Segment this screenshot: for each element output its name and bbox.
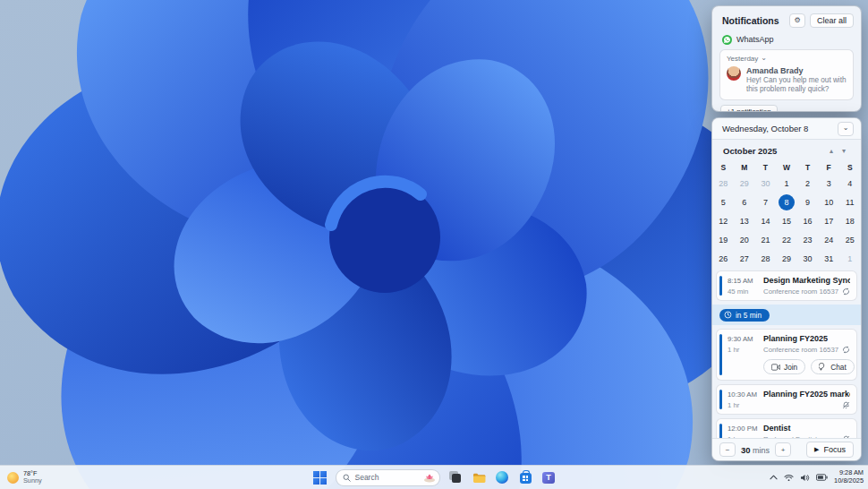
event-duration: 45 min — [728, 287, 763, 296]
battery-button[interactable] — [816, 474, 828, 481]
teams-button[interactable]: T — [541, 470, 557, 485]
calendar-day[interactable]: 28 — [757, 251, 773, 267]
event-card[interactable]: 10:30 AM Planning FY2025 marketing 1 hr — [716, 384, 857, 415]
focus-duration-label: 30 mins — [741, 445, 770, 455]
calendar-day[interactable]: 29 — [779, 251, 795, 267]
event-title: Design Marketing Sync — [763, 276, 850, 285]
calendar-date-header: Wednesday, October 8 — [722, 124, 838, 133]
volume-button[interactable] — [800, 474, 810, 482]
calendar-day[interactable]: 6 — [736, 194, 753, 210]
microsoft-store-button[interactable] — [518, 470, 533, 485]
notifications-title: Notifications — [722, 15, 789, 26]
calendar-day[interactable]: 14 — [757, 213, 773, 229]
battery-icon — [816, 474, 828, 481]
calendar-panel: Wednesday, October 8 ⌄ October 2025 ▴ ▾ … — [711, 117, 862, 461]
calendar-day[interactable]: 15 — [779, 213, 795, 229]
gear-icon: ⚙ — [794, 16, 800, 24]
calendar-day[interactable]: 31 — [821, 251, 837, 267]
notification-settings-button[interactable]: ⚙ — [789, 13, 805, 28]
calendar-day[interactable]: 5 — [715, 194, 731, 210]
tray-date: 10/8/2025 — [834, 477, 864, 485]
chat-bubble-icon — [819, 363, 827, 371]
edge-icon — [496, 471, 508, 484]
task-view-button[interactable] — [448, 470, 464, 485]
windows-logo-icon — [313, 471, 327, 485]
calendar-day[interactable]: 26 — [715, 251, 731, 267]
event-card[interactable]: 12:00 PM Dentist 1 hr Redmond Dentistry — [716, 418, 857, 438]
chat-button[interactable]: Chat — [811, 359, 855, 374]
calendar-day[interactable]: 24 — [821, 232, 837, 248]
calendar-day[interactable]: 11 — [842, 194, 858, 210]
collapse-calendar-button[interactable]: ⌄ — [838, 122, 854, 136]
calendar-day[interactable]: 2 — [800, 176, 816, 192]
taskbar: 78°F Sunny Search T — [0, 465, 868, 489]
calendar-day[interactable]: 29 — [736, 176, 753, 192]
search-box[interactable]: Search — [336, 469, 440, 486]
file-explorer-button[interactable] — [472, 470, 487, 485]
notification-group-header[interactable]: WhatsApp — [722, 34, 854, 45]
calendar-day[interactable]: 4 — [842, 176, 858, 192]
decrease-duration-button[interactable]: − — [719, 442, 736, 457]
avatar — [727, 66, 741, 81]
upcoming-alert-strip: in 5 min — [712, 305, 861, 325]
calendar-day[interactable]: 9 — [800, 194, 816, 210]
calendar-next-month-button[interactable]: ▾ — [838, 147, 850, 155]
calendar-prev-month-button[interactable]: ▴ — [825, 147, 838, 155]
calendar-day[interactable]: 10 — [821, 194, 837, 210]
focus-button[interactable]: ▶ Focus — [806, 442, 854, 458]
weekday-label: M — [736, 161, 753, 174]
calendar-day[interactable]: 17 — [821, 213, 837, 229]
event-duration: 1 hr — [728, 346, 763, 354]
upcoming-alert-pill[interactable]: in 5 min — [719, 309, 770, 322]
clear-all-button[interactable]: Clear all — [810, 13, 854, 28]
calendar-day[interactable]: 30 — [757, 176, 773, 192]
calendar-day[interactable]: 22 — [779, 232, 795, 248]
event-location: Redmond Dentistry — [763, 435, 838, 438]
weekday-label: W — [779, 161, 795, 174]
calendar-day[interactable]: 19 — [715, 232, 731, 248]
calendar-day[interactable]: 3 — [821, 176, 837, 192]
event-duration: 1 hr — [728, 401, 763, 409]
notification-card[interactable]: Yesterday ⌄ Amanda Brady Hey! Can you he… — [719, 49, 854, 100]
notification-group-label[interactable]: Yesterday ⌄ — [727, 55, 847, 63]
calendar-day[interactable]: 18 — [842, 213, 858, 229]
tray-expand-button[interactable] — [770, 475, 778, 480]
event-time: 12:00 PM — [728, 425, 763, 433]
calendar-day[interactable]: 21 — [757, 232, 773, 248]
calendar-day[interactable]: 27 — [736, 251, 753, 267]
weather-widget[interactable]: 78°F Sunny — [7, 470, 42, 485]
calendar-day[interactable]: 20 — [736, 232, 753, 248]
calendar-day[interactable]: 28 — [715, 176, 731, 192]
notification-app-name: WhatsApp — [736, 35, 774, 44]
calendar-day[interactable]: 30 — [800, 251, 816, 267]
speaker-icon — [800, 474, 810, 482]
edge-button[interactable] — [495, 470, 510, 485]
clock-widget[interactable]: 9:28 AM 10/8/2025 — [834, 469, 864, 485]
bell-off-icon — [842, 401, 850, 409]
wifi-button[interactable] — [784, 474, 794, 482]
video-camera-icon — [771, 364, 780, 371]
weekday-label: T — [757, 161, 773, 174]
calendar-day-selected[interactable]: 8 — [779, 194, 795, 210]
calendar-day[interactable]: 13 — [736, 213, 753, 229]
calendar-day[interactable]: 1 — [842, 251, 858, 267]
join-meeting-button[interactable]: Join — [763, 359, 805, 374]
calendar-day[interactable]: 23 — [800, 232, 816, 248]
calendar-day[interactable]: 25 — [842, 232, 858, 248]
calendar-day[interactable]: 12 — [715, 213, 731, 229]
event-card[interactable]: 9:30 AM Planning FY2025 1 hr Conference … — [716, 329, 857, 381]
event-time: 10:30 AM — [728, 390, 763, 399]
increase-duration-button[interactable]: + — [775, 442, 791, 457]
calendar-day[interactable]: 16 — [800, 213, 816, 229]
calendar-day[interactable]: 1 — [779, 176, 795, 192]
event-accent-bar — [719, 276, 722, 296]
event-location: Conference room 16537/AV — [763, 287, 838, 296]
event-accent-bar — [719, 390, 722, 409]
event-card[interactable]: 8:15 AM Design Marketing Sync 45 min Con… — [716, 270, 857, 301]
calendar-day[interactable]: 7 — [757, 194, 773, 210]
recurring-icon — [842, 346, 850, 354]
event-title: Dentist — [763, 424, 791, 433]
more-notifications-button[interactable]: +1 notification — [720, 105, 778, 113]
whatsapp-icon — [722, 35, 732, 45]
start-button[interactable] — [312, 470, 328, 485]
